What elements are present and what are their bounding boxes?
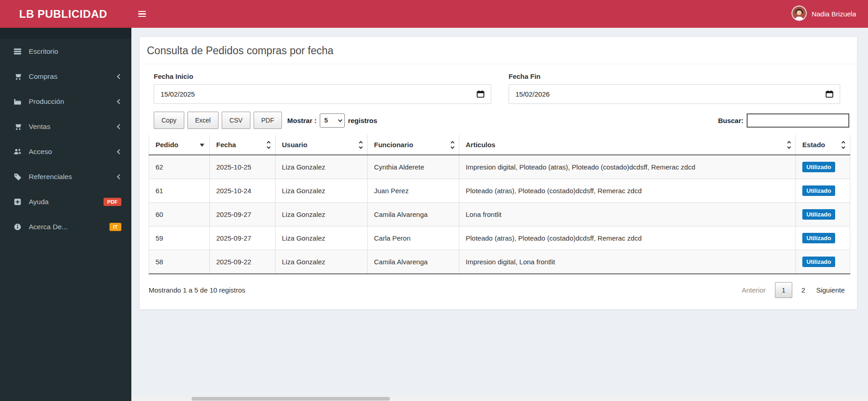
fecha-fin-value: 15/02/2026 (515, 90, 550, 98)
sidebar-item-label: Ventas (29, 123, 50, 131)
cell-funcionario: Carla Peron (368, 226, 459, 250)
cell-fecha: 2025-09-27 (210, 203, 275, 226)
scrollbar-thumb[interactable] (192, 397, 390, 401)
sidebar-item-ayuda[interactable]: Ayuda PDF (0, 189, 131, 214)
cell-usuario: Liza Gonzalez (275, 203, 368, 226)
column-header-pedido[interactable]: Pedido (149, 135, 210, 155)
hamburger-icon (138, 11, 146, 12)
table-row[interactable]: 62 2025-10-25 Liza Gonzalez Cynthia Alde… (149, 155, 850, 179)
brand-logo[interactable]: LB PUBLICIDAD (0, 8, 131, 21)
next-page-button[interactable]: Siguiente (811, 283, 850, 297)
cell-estado: Utilizado (796, 203, 850, 226)
page-size-control: Mostrar : 5 registros (287, 113, 377, 128)
sidebar-item-ventas[interactable]: Ventas (0, 114, 131, 139)
pedidos-table: Pedido Fecha Usuario Funcionario (149, 135, 850, 274)
cell-funcionario: Juan Perez (368, 179, 459, 203)
sidebar-item-label: Ayuda (29, 198, 49, 206)
sidebar-item-label: Producción (29, 98, 64, 106)
column-header-funcionario[interactable]: Funcionario (368, 135, 459, 155)
sidebar-top-strip (0, 28, 131, 39)
records-info: Mostrando 1 a 5 de 10 registros (149, 286, 245, 294)
fecha-inicio-value: 15/02/2025 (161, 90, 195, 98)
cell-fecha: 2025-10-24 (210, 179, 275, 203)
chevron-down-icon (338, 118, 343, 122)
sidebar-item-compras[interactable]: Compras (0, 64, 131, 89)
copy-button[interactable]: Copy (154, 112, 184, 129)
csv-button[interactable]: CSV (222, 112, 250, 129)
chevron-left-icon (117, 124, 122, 129)
cell-funcionario: Cynthia Alderete (368, 155, 459, 179)
horizontal-scrollbar[interactable] (131, 396, 868, 401)
cell-fecha: 2025-09-22 (210, 250, 275, 274)
estado-badge[interactable]: Utilizado (802, 209, 835, 220)
cell-articulos: Ploteado (atras), Ploteado (costado)dcds… (459, 226, 796, 250)
column-header-articulos[interactable]: Articulos (459, 135, 796, 155)
user-menu[interactable]: Nadia Brizuela (791, 5, 856, 23)
sidebar: Escritorio Compras Producción Ventas (0, 28, 131, 401)
table-row[interactable]: 59 2025-09-27 Liza Gonzalez Carla Peron … (149, 226, 850, 250)
table-row[interactable]: 58 2025-09-22 Liza Gonzalez Camila Alvar… (149, 250, 850, 274)
page-title: Consulta de Pedidos compras por fecha (140, 37, 857, 64)
factory-icon (14, 98, 22, 105)
cell-articulos: Impresion digital, Lona frontlit (459, 250, 796, 274)
sort-both-icon (359, 141, 362, 148)
search-input[interactable] (747, 113, 849, 128)
previous-page-button[interactable]: Anterior (736, 283, 771, 297)
estado-badge[interactable]: Utilizado (802, 185, 835, 196)
pagination: Anterior 1 2 Siguiente (736, 282, 850, 298)
it-badge: IT (109, 223, 121, 231)
hamburger-icon (138, 13, 146, 15)
page-2-button[interactable]: 2 (796, 283, 811, 297)
sidebar-item-escritorio[interactable]: Escritorio (0, 39, 131, 64)
sort-both-icon (788, 141, 790, 148)
dashboard-icon (14, 48, 22, 55)
users-icon (14, 148, 22, 155)
sidebar-item-acceso[interactable]: Acceso (0, 139, 131, 164)
cell-funcionario: Camila Alvarenga (368, 250, 459, 274)
column-header-fecha[interactable]: Fecha (210, 135, 275, 155)
cell-articulos: Impresion digital, Ploteado (atras), Plo… (459, 155, 796, 179)
top-header: LB PUBLICIDAD Nadia Brizuela (0, 0, 868, 28)
pdf-badge: PDF (104, 198, 121, 206)
cell-usuario: Liza Gonzalez (275, 226, 368, 250)
calendar-icon[interactable] (826, 90, 833, 98)
estado-badge[interactable]: Utilizado (802, 233, 835, 243)
cell-fecha: 2025-10-25 (210, 155, 275, 179)
query-card: Consulta de Pedidos compras por fecha Fe… (139, 36, 858, 310)
shopping-cart-icon (14, 123, 22, 130)
buscar-label: Buscar: (718, 117, 743, 124)
sidebar-toggle-button[interactable] (131, 0, 152, 28)
table-toolbar: Copy Excel CSV PDF Mostrar : 5 registros… (140, 112, 857, 129)
cell-pedido: 61 (149, 179, 210, 203)
estado-badge[interactable]: Utilizado (802, 257, 835, 267)
page-1-button[interactable]: 1 (775, 282, 792, 298)
sidebar-item-label: Referenciales (29, 173, 72, 181)
calendar-icon[interactable] (477, 90, 484, 98)
cell-articulos: Ploteado (atras), Ploteado (costado)dcds… (459, 179, 796, 203)
table-row[interactable]: 61 2025-10-24 Liza Gonzalez Juan Perez P… (149, 179, 850, 203)
plus-square-icon (14, 198, 22, 206)
date-filter-row: Fecha Inicio 15/02/2025 Fecha Fin 15/02/… (140, 64, 857, 104)
page-size-select[interactable]: 5 (320, 113, 345, 128)
search-control: Buscar: (718, 113, 849, 128)
registros-label: registros (348, 117, 377, 124)
sort-desc-icon (200, 144, 204, 147)
fecha-fin-input[interactable]: 15/02/2026 (509, 84, 840, 104)
table-footer: Mostrando 1 a 5 de 10 registros Anterior… (140, 274, 857, 309)
sidebar-item-referenciales[interactable]: Referenciales (0, 164, 131, 189)
fecha-inicio-input[interactable]: 15/02/2025 (154, 84, 491, 104)
table-row[interactable]: 60 2025-09-27 Liza Gonzalez Camila Alvar… (149, 203, 850, 226)
cell-pedido: 58 (149, 250, 210, 274)
pdf-button[interactable]: PDF (254, 112, 282, 129)
column-header-estado[interactable]: Estado (796, 135, 850, 155)
sidebar-item-acerca-de[interactable]: Acerca De... IT (0, 214, 131, 239)
sort-both-icon (842, 141, 845, 148)
cell-articulos: Lona frontlit (459, 203, 796, 226)
estado-badge[interactable]: Utilizado (802, 162, 835, 172)
sidebar-item-label: Escritorio (29, 47, 58, 56)
fecha-inicio-label: Fecha Inicio (154, 72, 491, 80)
sidebar-item-produccion[interactable]: Producción (0, 89, 131, 114)
column-header-usuario[interactable]: Usuario (275, 135, 368, 155)
hamburger-icon (138, 16, 146, 17)
excel-button[interactable]: Excel (187, 112, 218, 129)
